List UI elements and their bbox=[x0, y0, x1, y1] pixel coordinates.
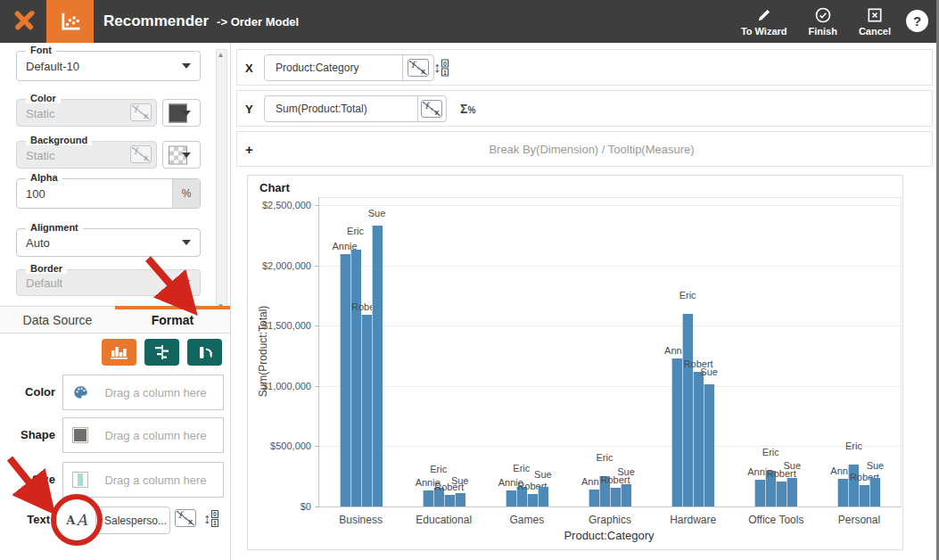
scroll-up-icon[interactable]: ▲ bbox=[217, 51, 225, 59]
finish-button[interactable]: Finish bbox=[809, 6, 837, 37]
sort-order-icon[interactable]: ↕ 01 bbox=[203, 510, 218, 527]
background-swatch-dropdown[interactable] bbox=[162, 141, 201, 169]
chevron-down-icon bbox=[182, 63, 191, 69]
alignment-label: Alignment bbox=[26, 222, 83, 233]
cancel-button[interactable]: Cancel bbox=[859, 6, 891, 37]
bar[interactable] bbox=[527, 494, 538, 506]
bar[interactable] bbox=[837, 479, 848, 506]
text-format-icon[interactable]: AA bbox=[61, 504, 93, 536]
tab-format[interactable]: Format bbox=[115, 307, 230, 333]
size-dropzone[interactable]: Drag a column here bbox=[62, 462, 224, 498]
bar[interactable] bbox=[869, 478, 880, 506]
cancel-square-icon bbox=[866, 6, 884, 24]
bar[interactable] bbox=[671, 358, 682, 506]
y-tick-label: $1,000,000 bbox=[262, 381, 311, 391]
break-by-shelf[interactable]: + Break By(Dimension) / Tooltip(Measure) bbox=[236, 131, 933, 167]
y-column-pill[interactable]: Sum(Product:Total) fx bbox=[264, 95, 447, 122]
bar-label: Eric bbox=[347, 226, 364, 236]
bar[interactable] bbox=[350, 250, 361, 506]
bar-chart-icon bbox=[110, 344, 129, 360]
bar[interactable] bbox=[776, 482, 787, 506]
bar[interactable] bbox=[455, 493, 465, 506]
page-subtitle: -> Order Model bbox=[217, 15, 299, 29]
to-wizard-button[interactable]: To Wizard bbox=[741, 6, 787, 37]
bar[interactable] bbox=[444, 495, 455, 506]
background-value: Static bbox=[26, 148, 55, 161]
formula-cell[interactable]: fx bbox=[417, 96, 446, 121]
bar[interactable] bbox=[859, 485, 869, 506]
bar[interactable] bbox=[682, 314, 693, 506]
font-select[interactable]: Font Default-10 bbox=[16, 51, 201, 81]
bar[interactable] bbox=[361, 315, 372, 506]
bar[interactable] bbox=[610, 488, 621, 506]
axis-settings-button[interactable] bbox=[144, 339, 179, 366]
tab-data-source[interactable]: Data Source bbox=[0, 307, 115, 333]
bar[interactable] bbox=[621, 484, 631, 506]
formula-icon: fx bbox=[421, 100, 442, 118]
bar[interactable] bbox=[848, 465, 859, 506]
y-tick-label: $1,500,000 bbox=[262, 320, 311, 331]
color-swatch-dropdown[interactable] bbox=[162, 99, 201, 127]
bar-label: Eric bbox=[597, 452, 614, 463]
x-column-value: Product:Category bbox=[265, 55, 402, 80]
sidebar-scrollbar[interactable]: ▲ ▼ bbox=[216, 49, 227, 312]
rotate-chart-button[interactable] bbox=[187, 339, 222, 366]
axis-sliders-icon bbox=[153, 344, 171, 360]
font-label: Font bbox=[26, 45, 56, 55]
x-tick-label: Graphics bbox=[589, 514, 631, 526]
bar[interactable] bbox=[754, 480, 765, 506]
bar[interactable] bbox=[340, 254, 350, 506]
x-tick-label: Hardware bbox=[670, 514, 716, 526]
to-wizard-label: To Wizard bbox=[741, 26, 787, 37]
text-column-field[interactable]: Salesperso... bbox=[95, 506, 170, 534]
formula-cell[interactable]: fx bbox=[402, 55, 433, 80]
bar[interactable] bbox=[506, 490, 516, 506]
bar-label: Sue bbox=[783, 460, 801, 471]
x-tick-label: Personal bbox=[838, 514, 880, 526]
border-label: Border bbox=[26, 263, 67, 274]
scatter-chart-logo[interactable] bbox=[46, 0, 94, 43]
font-value: Default-10 bbox=[26, 60, 79, 73]
text-encoding-label: Text bbox=[0, 513, 50, 526]
formula-icon: fx bbox=[130, 103, 152, 121]
breadcrumb: Recommender -> Order Model bbox=[103, 0, 299, 43]
alignment-select[interactable]: Alignment Auto bbox=[16, 228, 201, 257]
color-encoding-label: Color bbox=[0, 385, 55, 399]
bar[interactable] bbox=[538, 487, 548, 506]
aggregate-icon[interactable]: Σ% bbox=[460, 102, 475, 116]
bar[interactable] bbox=[372, 226, 383, 506]
bar-label: Sue bbox=[451, 475, 469, 486]
format-sidebar: Font Default-10 Color Static fx Backgrou… bbox=[0, 43, 231, 560]
alpha-input[interactable]: Alpha 100 % bbox=[16, 178, 201, 209]
bar-label: Sue bbox=[700, 366, 718, 377]
help-button[interactable]: ? bbox=[906, 10, 928, 32]
formula-icon[interactable]: fx bbox=[175, 509, 196, 527]
bar[interactable] bbox=[589, 490, 599, 506]
x-column-pill[interactable]: Product:Category fx bbox=[264, 54, 434, 81]
y-tick-mark bbox=[315, 266, 319, 267]
formula-icon: fx bbox=[130, 145, 152, 163]
color-value: Static bbox=[26, 106, 55, 119]
sort-order-icon[interactable]: ↕ 01 bbox=[433, 59, 449, 76]
gridline bbox=[319, 205, 901, 206]
color-dropzone[interactable]: Drag a column here bbox=[62, 375, 224, 410]
app-header: Recommender -> Order Model To Wizard Fin… bbox=[0, 0, 939, 43]
bar[interactable] bbox=[787, 478, 797, 506]
bar-chart-type-button[interactable] bbox=[102, 339, 136, 366]
bar-label: Eric bbox=[845, 441, 862, 451]
bar-label: Eric bbox=[430, 464, 447, 474]
bar[interactable] bbox=[693, 372, 704, 506]
chevron-down-icon bbox=[182, 152, 191, 158]
chevron-down-icon bbox=[182, 280, 191, 285]
size-encoding-label: Size bbox=[0, 473, 55, 486]
add-icon[interactable]: + bbox=[245, 142, 253, 157]
chart-card: Chart Sum(Product:Total) $0$500,000$1,00… bbox=[247, 175, 903, 550]
bar[interactable] bbox=[423, 490, 433, 506]
shape-dropzone[interactable]: Drag a column here bbox=[62, 417, 224, 453]
chevron-down-icon bbox=[182, 240, 191, 245]
palette-icon bbox=[72, 384, 88, 400]
bar[interactable] bbox=[704, 384, 714, 506]
crossed-tools-logo-icon bbox=[7, 5, 41, 37]
y-shelf: Y Sum(Product:Total) fx Σ% bbox=[236, 90, 933, 127]
rotate-chart-icon bbox=[196, 344, 214, 360]
